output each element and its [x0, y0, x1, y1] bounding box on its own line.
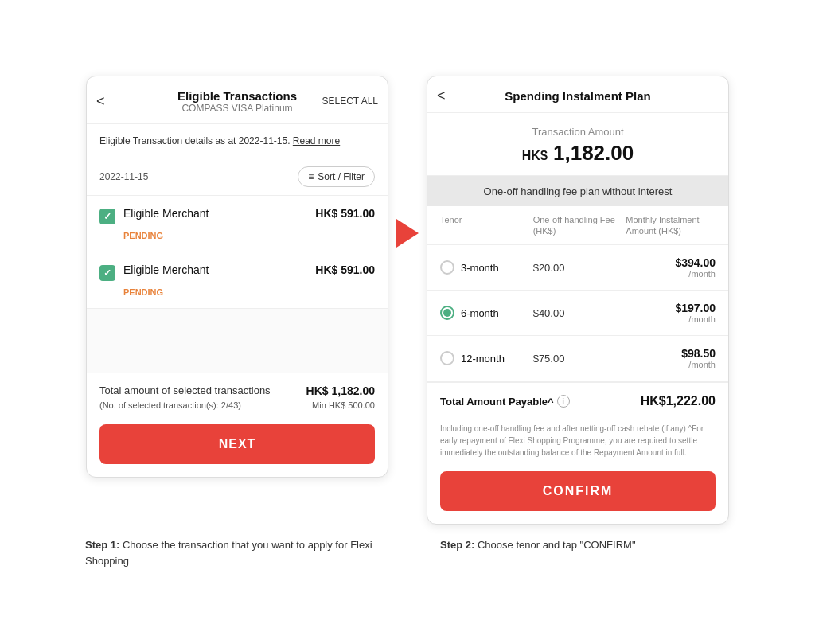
- info-icon[interactable]: i: [557, 395, 570, 408]
- amount-6month: $197.00 /month: [626, 302, 716, 324]
- fee-3month: $20.00: [533, 262, 623, 274]
- radio-outer-6month[interactable]: [440, 306, 454, 320]
- table-row-3month[interactable]: 3-month $20.00 $394.00 /month: [427, 245, 728, 291]
- transaction-amount-label: Transaction Amount: [437, 126, 719, 138]
- total-value: HK$1,222.00: [641, 394, 716, 408]
- right-back-button[interactable]: <: [437, 88, 446, 104]
- summary-amount: HK$ 1,182.00: [306, 384, 375, 397]
- table-row-12month[interactable]: 12-month $75.00 $98.50 /month: [427, 336, 728, 381]
- transaction-amount-1: HK$ 591.00: [315, 207, 375, 220]
- transaction-item-1[interactable]: Eligible Merchant HK$ 591.00 PENDING: [87, 196, 388, 252]
- transaction-amount-2: HK$ 591.00: [315, 263, 375, 276]
- step2-bold: Step 2:: [440, 539, 474, 551]
- radio-outer-12month[interactable]: [440, 351, 454, 365]
- plan-title: One-off handling fee plan without intere…: [484, 185, 673, 197]
- arrow-right-icon: [396, 219, 419, 248]
- total-label: Total Amount Payable^ i: [440, 395, 570, 408]
- bottom-summary: Total amount of selected transactions HK…: [87, 373, 388, 416]
- min-note: Min HK$ 500.00: [312, 400, 375, 410]
- fee-6month: $40.00: [533, 307, 623, 319]
- steps-row: Step 1: Choose the transaction that you …: [16, 537, 799, 568]
- right-panel-header: < Spending Instalment Plan: [427, 76, 728, 113]
- radio-12month[interactable]: 12-month: [440, 351, 530, 365]
- radio-outer-3month[interactable]: [440, 260, 454, 275]
- sort-filter-button[interactable]: ≡ Sort / Filter: [298, 166, 375, 187]
- checkbox-1[interactable]: [99, 209, 115, 224]
- left-phone-panel: < Eligible Transactions COMPASS VISA Pla…: [86, 76, 388, 478]
- total-section: Total Amount Payable^ i HK$1,222.00: [427, 381, 728, 420]
- transaction-status-1: PENDING: [123, 231, 163, 240]
- flow-arrow: [388, 219, 427, 248]
- left-back-button[interactable]: <: [96, 93, 105, 110]
- amount-12month: $98.50 /month: [626, 347, 716, 369]
- tenor-3month: 3-month: [461, 262, 499, 274]
- fee-12month: $75.00: [533, 353, 623, 365]
- select-all-button[interactable]: SELECT ALL: [322, 96, 379, 107]
- step2-label: Step 2: Choose tenor and tap "CONFIRM": [434, 537, 736, 568]
- left-panel-header: < Eligible Transactions COMPASS VISA Pla…: [87, 76, 388, 124]
- currency-label: HK$: [522, 149, 548, 162]
- amount-value: 1,182.00: [553, 141, 634, 165]
- right-phone-panel: < Spending Instalment Plan Transaction A…: [427, 76, 729, 525]
- transaction-status-2: PENDING: [123, 287, 163, 297]
- read-more-link[interactable]: Read more: [293, 135, 340, 146]
- tenor-6month: 6-month: [461, 307, 499, 319]
- tenor-12month: 12-month: [461, 353, 505, 365]
- col-header-amount: Monthly Instalment Amount (HK$): [626, 214, 716, 237]
- filter-bar: 2022-11-15 ≡ Sort / Filter: [87, 158, 388, 196]
- info-bar-text: Eligible Transaction details as at 2022-…: [99, 135, 290, 146]
- step-spacer: [381, 537, 434, 568]
- empty-area: [87, 309, 388, 373]
- table-header: Tenor One-off handling Fee (HK$) Monthly…: [427, 206, 728, 246]
- left-header-title: Eligible Transactions: [177, 89, 297, 103]
- radio-inner-6month: [443, 309, 451, 317]
- left-header-subtitle: COMPASS VISA Platinum: [177, 103, 297, 114]
- radio-3month[interactable]: 3-month: [440, 260, 530, 275]
- main-container: < Eligible Transactions COMPASS VISA Pla…: [16, 76, 799, 525]
- filter-icon: ≡: [308, 171, 314, 182]
- sort-filter-label: Sort / Filter: [318, 171, 365, 182]
- transaction-name-2: Eligible Merchant: [123, 263, 307, 276]
- checkbox-2[interactable]: [99, 265, 115, 281]
- next-button[interactable]: NEXT: [99, 424, 375, 464]
- date-label: 2022-11-15: [99, 171, 148, 182]
- transaction-amount-value: HK$ 1,182.00: [437, 141, 719, 166]
- disclaimer-text: Including one-off handling fee and after…: [427, 420, 728, 468]
- transaction-name-1: Eligible Merchant: [123, 207, 307, 220]
- col-header-fee: One-off handling Fee (HK$): [533, 214, 623, 237]
- right-header-title: Spending Instalment Plan: [505, 89, 650, 103]
- transaction-item-2[interactable]: Eligible Merchant HK$ 591.00 PENDING: [87, 252, 388, 309]
- plan-section: One-off handling fee plan without intere…: [427, 176, 728, 206]
- step1-text: Choose the transaction that you want to …: [85, 539, 372, 567]
- step1-bold: Step 1:: [85, 539, 119, 551]
- transaction-amount-section: Transaction Amount HK$ 1,182.00: [427, 113, 728, 176]
- amount-3month: $394.00 /month: [626, 256, 716, 279]
- radio-6month[interactable]: 6-month: [440, 306, 530, 320]
- table-row-6month[interactable]: 6-month $40.00 $197.00 /month: [427, 291, 728, 336]
- step2-text: Choose tenor and tap "CONFIRM": [478, 539, 636, 551]
- col-header-tenor: Tenor: [440, 214, 530, 237]
- step1-label: Step 1: Choose the transaction that you …: [79, 537, 381, 568]
- confirm-button[interactable]: CONFIRM: [440, 471, 716, 511]
- summary-label: Total amount of selected transactions: [99, 384, 271, 396]
- transaction-count-note: (No. of selected transaction(s): 2/43): [99, 400, 241, 410]
- info-bar: Eligible Transaction details as at 2022-…: [87, 124, 388, 158]
